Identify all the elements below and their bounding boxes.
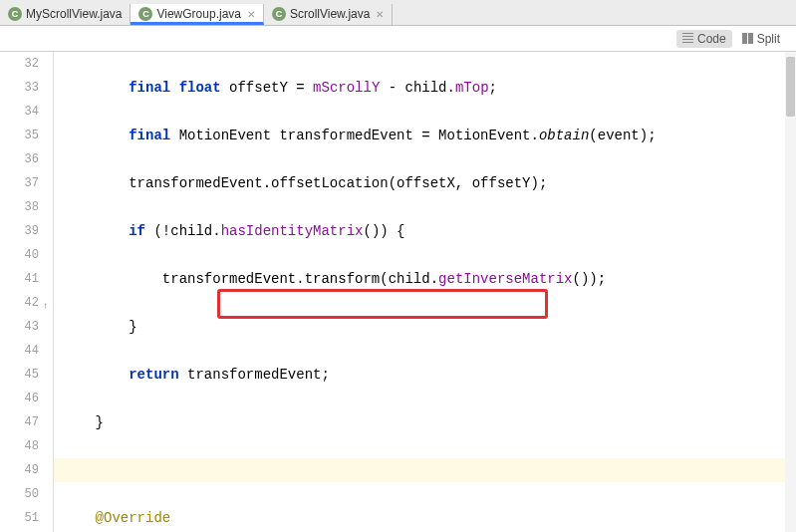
tab-label: MyScrollView.java	[26, 7, 122, 21]
line-number: 32	[0, 52, 39, 76]
line-number: 50	[0, 482, 39, 506]
line-number: 35	[0, 124, 39, 147]
code-line: }	[62, 410, 796, 434]
mode-label: Code	[697, 32, 726, 46]
java-class-icon: C	[272, 7, 286, 21]
editor-mode-toolbar: Code Split	[0, 26, 796, 52]
line-number: 47	[0, 410, 39, 434]
code-line: return transformedEvent;	[62, 363, 796, 387]
code-line-highlighted	[54, 458, 796, 482]
line-number: 41	[0, 267, 39, 291]
line-number: 42	[0, 291, 39, 315]
split-mode-button[interactable]: Split	[736, 30, 786, 48]
close-icon[interactable]: ✕	[376, 9, 384, 20]
line-number-gutter: 32 33 34 35 36 37 38 39 40 41 42 43 44 4…	[0, 52, 54, 532]
code-line: transformedEvent.offsetLocation(offsetX,…	[62, 171, 796, 195]
line-number: 36	[0, 147, 39, 171]
line-number: 34	[0, 100, 39, 124]
override-gutter-icon[interactable]: ↑	[39, 295, 49, 305]
java-class-icon: C	[8, 7, 22, 21]
line-number: 48	[0, 434, 39, 458]
code-line: }	[62, 315, 796, 339]
line-number: 46	[0, 387, 39, 410]
line-number: 51	[0, 506, 39, 530]
tab-scrollview[interactable]: C ScrollView.java ✕	[264, 4, 393, 25]
split-icon	[742, 33, 753, 44]
line-number: 39	[0, 219, 39, 243]
editor-area: 32 33 34 35 36 37 38 39 40 41 42 43 44 4…	[0, 52, 796, 532]
tab-viewgroup[interactable]: C ViewGroup.java ✕	[131, 4, 264, 25]
code-line: @Override	[62, 506, 796, 530]
mode-label: Split	[757, 32, 780, 46]
scrollbar-thumb[interactable]	[786, 57, 795, 117]
line-number: 44	[0, 339, 39, 363]
vertical-scrollbar[interactable]	[785, 52, 796, 532]
tab-label: ViewGroup.java	[156, 7, 241, 21]
line-number: 33	[0, 76, 39, 100]
java-class-icon: C	[138, 7, 152, 21]
code-icon	[682, 33, 693, 44]
line-number: 43	[0, 315, 39, 339]
line-number: 37	[0, 171, 39, 195]
code-line: final MotionEvent transformedEvent = Mot…	[62, 124, 796, 147]
line-number: 40	[0, 243, 39, 267]
code-mode-button[interactable]: Code	[676, 30, 732, 48]
tab-myscrollview[interactable]: C MyScrollView.java	[0, 4, 131, 25]
tab-label: ScrollView.java	[290, 7, 370, 21]
line-number: 49	[0, 458, 39, 482]
code-line: final float offsetY = mScrollY - child.m…	[62, 76, 796, 100]
code-line: transformedEvent.transform(child.getInve…	[62, 267, 796, 291]
code-line: if (!child.hasIdentityMatrix()) {	[62, 219, 796, 243]
line-number: 38	[0, 195, 39, 219]
code-editor[interactable]: final float offsetY = mScrollY - child.m…	[54, 52, 796, 532]
close-icon[interactable]: ✕	[247, 9, 255, 20]
editor-tabs-bar: C MyScrollView.java C ViewGroup.java ✕ C…	[0, 0, 796, 26]
line-number: 45	[0, 363, 39, 387]
